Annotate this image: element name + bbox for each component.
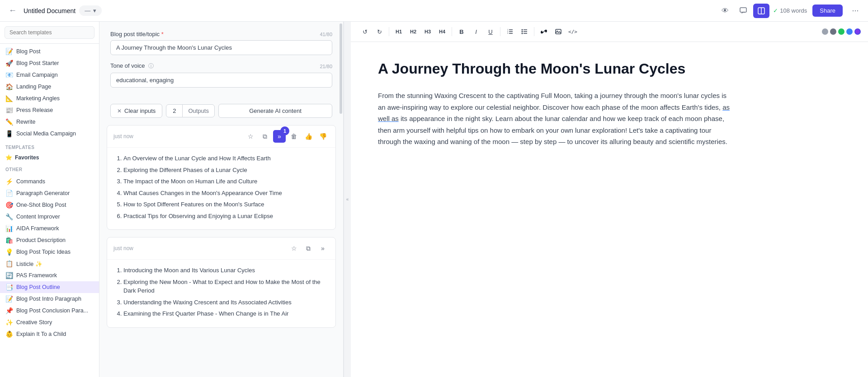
list-item: Practical Tips for Observing and Enjoyin… — [123, 212, 328, 221]
editor-content[interactable]: A Journey Through the Moon's Lunar Cycle… — [351, 42, 758, 166]
sidebar-item-one-shot[interactable]: 🎯 One-Shot Blog Post — [0, 199, 99, 211]
thumbs-down-1[interactable]: 👎 — [316, 130, 329, 143]
sidebar-item-blog-post-starter[interactable]: 🚀 Blog Post Starter — [0, 57, 99, 69]
sidebar-item-blog-conclusion[interactable]: 📌 Blog Post Conclusion Para... — [0, 305, 99, 316]
sidebar-item-aida[interactable]: 📊 AIDA Framework — [0, 223, 99, 234]
search-input[interactable] — [5, 26, 94, 39]
title-pill-button[interactable]: — ▾ — [79, 5, 102, 16]
blog-post-icon: 📝 — [5, 48, 13, 55]
h3-button[interactable]: H3 — [421, 25, 434, 38]
undo-button[interactable]: ↺ — [358, 25, 372, 38]
sidebar-item-pas[interactable]: 🔄 PAS Framework — [0, 270, 99, 281]
body-part-3: its appearance in the night sky. Learn a… — [378, 115, 727, 145]
title-field: Blog post title/topic * 41/80 — [110, 31, 332, 55]
delete-button-1[interactable]: 🗑 — [288, 130, 300, 143]
star-button-2[interactable]: ☆ — [288, 242, 300, 255]
italic-button[interactable]: I — [469, 25, 483, 38]
card-actions-1: ☆ ⧉ » 1 🗑 👍 👎 — [244, 130, 329, 143]
topbar-right: ✓ 108 words Share ··· — [773, 4, 863, 18]
split-view-button[interactable] — [753, 4, 769, 18]
sidebar-item-email-campaign[interactable]: 📧 Email Campaign — [0, 69, 99, 81]
sidebar-item-blog-post[interactable]: 📝 Blog Post — [0, 46, 99, 57]
other-section: ⚡ Commands 📄 Paragraph Generator 🎯 One-S… — [0, 174, 99, 342]
sidebar-item-product-description[interactable]: 🛍️ Product Description — [0, 234, 99, 246]
paste-button-2[interactable]: » — [316, 242, 329, 255]
sidebar-item-blog-topic-ideas[interactable]: 💡 Blog Post Topic Ideas — [0, 246, 99, 258]
editor-title: A Journey Through the Moon's Lunar Cycle… — [378, 60, 731, 77]
svg-point-9 — [522, 29, 523, 31]
view-toggle: 👁 — [717, 4, 769, 18]
card-body-2: Introducing the Moon and Its Various Lun… — [107, 260, 335, 327]
middle-panel: Blog post title/topic * 41/80 Tone of vo… — [99, 22, 344, 377]
image-button[interactable] — [552, 25, 565, 38]
tone-input[interactable] — [110, 73, 332, 88]
collapse-handle[interactable]: « — [344, 22, 351, 377]
clear-inputs-button[interactable]: ✕ Clear inputs — [110, 104, 162, 118]
color-purple[interactable] — [854, 28, 861, 35]
unordered-list-button[interactable] — [518, 25, 531, 38]
star-button-1[interactable]: ☆ — [244, 130, 257, 143]
code-button[interactable]: </> — [566, 25, 580, 38]
more-options-button[interactable]: ··· — [848, 4, 863, 18]
conclusion-icon: 📌 — [5, 307, 13, 314]
sidebar-item-social-media[interactable]: 📱 Social Media Campaign — [0, 128, 99, 140]
sidebar-item-creative-story[interactable]: ✨ Creative Story — [0, 316, 99, 328]
link-button[interactable] — [537, 25, 551, 38]
list-item: Examining the First Quarter Phase - When… — [123, 309, 328, 318]
sidebar-item-label: Social Media Campaign — [16, 130, 76, 137]
ordered-list-button[interactable]: 123 — [503, 25, 517, 38]
toolbar-divider-2 — [452, 27, 452, 36]
sidebar-item-explain-child[interactable]: 👶 Explain It To a Child — [0, 328, 99, 340]
color-blue[interactable] — [846, 28, 853, 35]
info-icon[interactable]: ⓘ — [148, 63, 154, 69]
sidebar-item-marketing-angles[interactable]: 📐 Marketing Angles — [0, 93, 99, 104]
sidebar-item-landing-page[interactable]: 🏠 Landing Page — [0, 81, 99, 93]
sidebar-item-paragraph-generator[interactable]: 📄 Paragraph Generator — [0, 187, 99, 199]
h4-button[interactable]: H4 — [435, 25, 449, 38]
intro-icon: 📝 — [5, 295, 13, 303]
color-dark-grey[interactable] — [830, 28, 836, 35]
title-input[interactable] — [110, 40, 332, 55]
generate-button[interactable]: Generate AI content — [218, 104, 332, 118]
color-green[interactable] — [838, 28, 844, 35]
rewrite-icon: ✏️ — [5, 118, 13, 126]
underline-button[interactable]: U — [484, 25, 497, 38]
card-body-1: An Overview of the Lunar Cycle and How I… — [107, 148, 335, 229]
sidebar-item-label: Press Release — [16, 107, 53, 113]
paste-badge: 1 — [280, 126, 289, 135]
sidebar-item-content-improver[interactable]: 🔧 Content Improver — [0, 211, 99, 223]
sidebar-item-label: Marketing Angles — [16, 95, 60, 102]
toolbar-divider-3 — [500, 27, 500, 36]
color-grey[interactable] — [822, 28, 828, 35]
favorites-text: Favorites — [15, 154, 39, 161]
list-item: Introducing the Moon and Its Various Lun… — [123, 266, 328, 275]
sidebar-item-rewrite[interactable]: ✏️ Rewrite — [0, 116, 99, 128]
sidebar-item-label: Landing Page — [16, 84, 51, 90]
chat-view-button[interactable] — [735, 4, 751, 18]
copy-button-2[interactable]: ⧉ — [302, 242, 315, 255]
redo-button[interactable]: ↻ — [373, 25, 386, 38]
word-count-text: 108 words — [780, 7, 807, 14]
bold-button[interactable]: B — [455, 25, 468, 38]
thumbs-up-1[interactable]: 👍 — [302, 130, 315, 143]
explain-icon: 👶 — [5, 330, 13, 338]
sidebar-item-press-release[interactable]: 📰 Press Release — [0, 104, 99, 116]
copy-button-1[interactable]: ⧉ — [259, 130, 271, 143]
other-section-label: Other — [0, 163, 99, 174]
clear-label: Clear inputs — [124, 107, 156, 114]
sidebar-item-blog-intro[interactable]: 📝 Blog Post Intro Paragraph — [0, 293, 99, 305]
sidebar-item-commands[interactable]: ⚡ Commands — [0, 176, 99, 187]
outline-icon: 📑 — [5, 284, 13, 291]
eye-view-button[interactable]: 👁 — [717, 4, 733, 18]
h1-button[interactable]: H1 — [392, 25, 406, 38]
sidebar-item-listicle[interactable]: 📋 Listicle ✨ — [0, 258, 99, 270]
pas-icon: 🔄 — [5, 272, 13, 279]
list-item: What Causes Changes in the Moon's Appear… — [123, 189, 328, 198]
sidebar-item-blog-post-outline[interactable]: 📑 Blog Post Outline — [0, 281, 99, 293]
share-button[interactable]: Share — [812, 5, 843, 17]
back-button[interactable]: ← — [5, 4, 20, 18]
favorites-label[interactable]: ⭐ Favorites — [0, 152, 99, 163]
one-shot-icon: 🎯 — [5, 201, 13, 209]
actions-row: ✕ Clear inputs 2 Outputs Generate AI con… — [99, 104, 343, 125]
h2-button[interactable]: H2 — [406, 25, 420, 38]
